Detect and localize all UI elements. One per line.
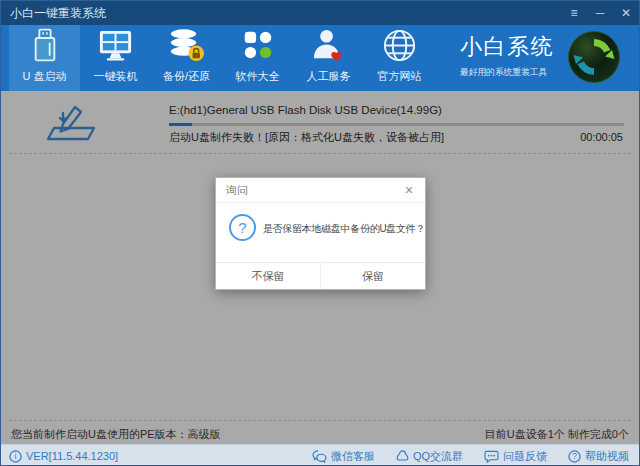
nav-label-support: 人工服务	[307, 69, 351, 84]
dialog-question-text: 是否保留本地磁盘中备份的U盘文件？	[263, 222, 425, 236]
qq-group-label: QQ交流群	[413, 449, 463, 464]
svg-text:i: i	[15, 451, 17, 461]
qq-group-link[interactable]: QQ交流群	[396, 449, 463, 464]
status-links: 微信客服 QQ交流群 问题反馈 ?	[312, 449, 639, 464]
dialog-body: ? 是否保留本地磁盘中备份的U盘文件？	[216, 204, 425, 263]
nav-label-website: 官方网站	[378, 69, 422, 84]
qq-icon	[396, 450, 409, 463]
menu-icon[interactable]: ≡	[561, 1, 587, 25]
feedback-bubble-icon	[484, 450, 499, 463]
version-info: i VER[11.5.44.1230]	[1, 450, 118, 463]
dialog-title: 询问	[226, 183, 248, 198]
nav-label-one-click-install: 一键装机	[94, 69, 138, 84]
help-video-label: 帮助视频	[585, 449, 629, 464]
nav-item-one-click-install[interactable]: 一键装机	[80, 25, 151, 91]
window-controls: ≡ ─ ✕	[561, 1, 639, 25]
brand-slogan: 最好用的系统重装工具	[460, 66, 554, 79]
wechat-icon	[312, 450, 327, 463]
backup-disks-icon	[167, 25, 206, 65]
globe-icon	[381, 25, 418, 65]
help-icon: ?	[568, 450, 581, 463]
nav-label-backup-restore: 备份/还原	[163, 69, 210, 84]
dont-keep-button[interactable]: 不保留	[216, 263, 320, 289]
nav-item-support[interactable]: 人工服务	[293, 25, 364, 91]
monitor-icon	[97, 25, 134, 65]
help-video-link[interactable]: ? 帮助视频	[568, 449, 629, 464]
wechat-service-label: 微信客服	[331, 449, 375, 464]
keep-button[interactable]: 保留	[320, 263, 425, 289]
app-window: 小白一键重装系统 ≡ ─ ✕ U 盘启动	[0, 0, 640, 466]
dialog-header: 询问 ×	[216, 178, 425, 203]
status-bar: i VER[11.5.44.1230] 微信客服 QQ交流群	[1, 444, 639, 466]
nav-item-usb-boot[interactable]: U 盘启动	[9, 25, 80, 91]
minimize-icon[interactable]: ─	[587, 1, 613, 25]
feedback-label: 问题反馈	[503, 449, 547, 464]
info-icon: i	[9, 450, 22, 463]
version-text: VER[11.5.44.1230]	[26, 450, 118, 462]
nav-item-website[interactable]: 官方网站	[364, 25, 435, 91]
dialog-buttons: 不保留 保留	[216, 262, 425, 289]
close-icon[interactable]: ✕	[613, 1, 639, 25]
question-mark-icon: ?	[229, 214, 256, 241]
support-person-icon	[311, 25, 346, 65]
wechat-service-link[interactable]: 微信客服	[312, 449, 375, 464]
nav-label-software: 软件大全	[236, 69, 280, 84]
apps-clover-icon	[241, 25, 275, 65]
usb-drive-icon	[31, 25, 59, 65]
window-title: 小白一键重装系统	[1, 5, 106, 22]
dialog-close-icon[interactable]: ×	[401, 183, 417, 197]
question-dialog: 询问 × ? 是否保留本地磁盘中备份的U盘文件？ 不保留 保留	[215, 177, 426, 290]
svg-text:?: ?	[572, 451, 577, 461]
feedback-link[interactable]: 问题反馈	[484, 449, 547, 464]
brand-logo-icon	[567, 30, 621, 84]
nav-label-usb-boot: U 盘启动	[23, 69, 67, 84]
nav-item-software[interactable]: 软件大全	[222, 25, 293, 91]
brand-name: 小白系统	[460, 32, 554, 62]
brand-block: 小白系统 最好用的系统重装工具	[460, 32, 554, 79]
titlebar: 小白一键重装系统 ≡ ─ ✕	[1, 1, 639, 25]
nav-item-backup-restore[interactable]: 备份/还原	[151, 25, 222, 91]
